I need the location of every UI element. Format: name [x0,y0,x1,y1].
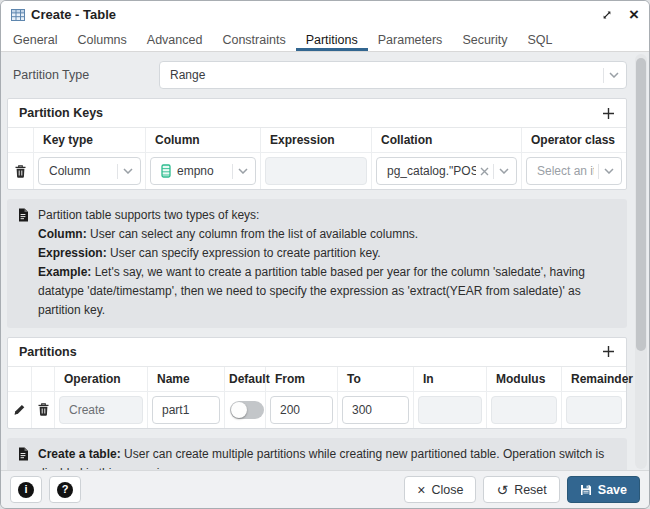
key-type-select[interactable]: Column [38,157,141,185]
chevron-down-icon [123,168,133,174]
close-x-icon: × [417,483,425,497]
partitions-header-row: Operation Name Default From To In Modulu… [8,367,626,392]
col-header-name: Name [148,367,225,391]
collation-select[interactable]: pg_catalog."POSIX" [376,157,517,185]
tab-bar: General Columns Advanced Constraints Par… [1,28,649,52]
in-input [418,396,482,424]
col-header-key-type: Key type [34,128,146,152]
scrollbar-thumb[interactable] [636,58,646,351]
document-icon [17,206,29,320]
operator-class-select[interactable]: Select an item... [526,157,622,185]
partitions-title: Partitions [19,345,77,359]
col-header-modulus: Modulus [487,367,562,391]
partition-keys-card: Partition Keys Key type Column Expressio… [7,98,627,190]
edit-row-icon[interactable] [11,401,28,418]
floppy-icon [580,484,592,496]
expand-icon[interactable] [601,9,613,21]
partitions-panel: Partition Type Range Partition Keys Key … [1,53,649,470]
add-partition-key-button[interactable] [602,107,615,120]
close-icon[interactable]: × [629,6,639,23]
col-header-column: Column [146,128,261,152]
info-icon: i [18,482,34,498]
partition-row [8,392,626,428]
note-line: Create a table: User can create multiple… [38,445,617,470]
partition-key-row: Column empno [8,153,626,189]
tab-security[interactable]: Security [452,28,517,51]
tab-constraints[interactable]: Constraints [212,28,295,51]
tab-general[interactable]: General [3,28,67,51]
modulus-input [491,396,557,424]
default-toggle[interactable] [230,401,264,419]
add-partition-button[interactable] [602,345,615,358]
chevron-down-icon [604,168,614,174]
table-icon [11,9,25,21]
partitions-note: Create a table: User can create multiple… [7,438,627,470]
tab-parameters[interactable]: Parameters [368,28,453,51]
note-line: Expression: User can specify expression … [38,244,617,263]
save-button[interactable]: Save [567,476,640,503]
col-header-default: Default [225,367,266,391]
tab-sql[interactable]: SQL [518,28,563,51]
document-icon [17,445,29,470]
key-column-select[interactable]: empno [150,157,256,185]
col-header-collation: Collation [372,128,522,152]
partition-name-input[interactable] [152,396,220,424]
chevron-down-icon [238,168,248,174]
col-header-remainder: Remainder [562,367,626,391]
footer-bar: i ? × Close ↺ Reset Save [1,470,649,508]
tab-columns[interactable]: Columns [67,28,136,51]
help-icon: ? [57,482,73,498]
chevron-down-icon [609,72,619,78]
delete-row-icon[interactable] [13,163,28,180]
partition-type-label: Partition Type [7,68,159,82]
tab-advanced[interactable]: Advanced [137,28,213,51]
note-intro: Partition table supports two types of ke… [38,206,617,225]
tab-partitions[interactable]: Partitions [296,28,368,51]
col-header-operator-class: Operator class [522,128,626,152]
note-line: Column: User can select any column from … [38,225,617,244]
x-clear-icon[interactable] [480,167,489,176]
partition-keys-header-row: Key type Column Expression Collation Ope… [8,128,626,153]
delete-row-icon[interactable] [36,401,51,418]
col-header-to: To [338,367,414,391]
col-header-in: In [414,367,487,391]
col-header-operation: Operation [55,367,148,391]
dialog-help-button[interactable]: ? [49,476,81,503]
to-input[interactable] [342,396,409,424]
expression-input [265,157,367,185]
col-header-from: From [266,367,338,391]
partitions-card: Partitions Operation Name Default From T… [7,337,627,429]
vertical-scrollbar[interactable] [635,54,647,469]
partition-type-select[interactable]: Range [159,61,627,89]
sql-help-button[interactable]: i [10,476,42,503]
col-header-expression: Expression [261,128,372,152]
partition-type-value: Range [170,68,599,82]
reset-button[interactable]: ↺ Reset [483,476,559,503]
from-input[interactable] [270,396,333,424]
reset-icon: ↺ [496,483,508,497]
title-bar: Create - Table × [1,1,649,28]
remainder-input [566,396,622,424]
operation-input [59,396,143,424]
dialog-title: Create - Table [31,7,116,22]
close-button[interactable]: × Close [404,476,476,503]
partition-keys-title: Partition Keys [19,106,103,120]
column-icon [161,164,171,178]
create-table-dialog: Create - Table × General Columns Advance… [0,0,650,509]
partition-keys-note: Partition table supports two types of ke… [7,199,627,328]
chevron-down-icon [499,168,509,174]
note-line: Example: Let's say, we want to create a … [38,263,617,320]
